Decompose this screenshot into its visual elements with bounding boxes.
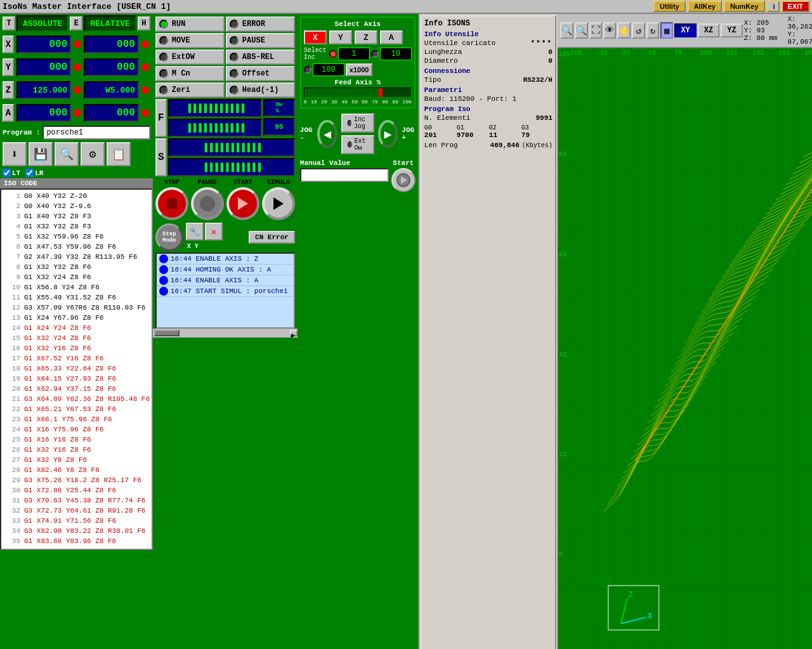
axis-z-btn[interactable]: Z — [355, 30, 377, 44]
iso-line: 18G1 X65.33 Y22.64 Z8 F6 — [3, 364, 150, 374]
view-xy-btn[interactable]: XY — [674, 23, 696, 37]
error-btn[interactable]: ERROR — [226, 16, 295, 32]
move-btn[interactable]: MOVE — [155, 33, 225, 48]
inc-jog-btn[interactable]: Inc Jog — [341, 114, 374, 133]
log-hscroll[interactable]: ▶ — [153, 329, 298, 338]
baud-row: Baud: 115200 - Port: 1 — [424, 95, 553, 103]
pause-btn[interactable]: PAUSE — [226, 33, 295, 48]
axis-a-btn[interactable]: A — [380, 30, 403, 44]
mcn-btn[interactable]: M Cn — [155, 66, 225, 81]
exit-button[interactable]: EXIT — [782, 1, 809, 12]
inc2-display: 10 — [380, 48, 412, 60]
cn-error-btn[interactable]: CN Error — [249, 231, 295, 244]
view-grid-btn[interactable]: ▦ — [660, 22, 673, 39]
save-btn[interactable]: 💾 — [29, 142, 53, 166]
select-axis-title: Select Axis — [304, 20, 412, 28]
start-btn-mv[interactable] — [391, 168, 416, 192]
pause-group: PAUSE — [191, 179, 224, 220]
log-hscroll-thumb[interactable] — [154, 330, 180, 336]
jog-left-btn[interactable]: ◀ — [317, 120, 337, 148]
axis-x-btn[interactable]: X — [304, 30, 327, 44]
select-inc-row2: 100 x1000 — [304, 63, 412, 76]
step-cn-section: StepMode 🔧 ✕ X Y CN Error — [153, 221, 298, 252]
lt-checkbox[interactable] — [3, 169, 11, 177]
extow-btn[interactable]: ExtOW — [155, 49, 225, 65]
stop-btn[interactable] — [155, 187, 188, 220]
view-fit-btn[interactable]: ⛶ — [589, 22, 602, 39]
log-icon — [159, 276, 168, 285]
len-prog-row: Len Prog 469,846 (Kbytes) — [424, 141, 553, 149]
x-abs-display: 000 — [16, 36, 71, 53]
iso-code-area[interactable]: 1G0 X40 Y32 Z-202G0 X40 Y32 Z-9.63G1 X40… — [0, 188, 153, 550]
start-btn[interactable] — [226, 187, 259, 220]
log-section[interactable]: 16:44 ENABLE AXIS : Z16:44 HOMING OK AXI… — [155, 252, 295, 329]
view-yz-btn[interactable]: YZ — [721, 23, 742, 37]
lr-checkbox[interactable] — [25, 169, 34, 177]
run-btn[interactable]: RUN — [155, 16, 225, 32]
manual-value-input[interactable] — [300, 168, 389, 182]
tipo-row: Tipo RS232/H — [424, 76, 553, 84]
settings-btn[interactable]: ⚙ — [81, 142, 105, 166]
y-label: Y — [3, 58, 14, 76]
y-rel-display: 000 — [84, 58, 138, 76]
pause-btn2[interactable] — [191, 187, 224, 220]
axis-y-btn[interactable]: Y — [329, 30, 352, 44]
abs-rel-btn[interactable]: ABS-REL — [226, 49, 295, 65]
log-icon — [159, 287, 168, 296]
search-btn[interactable]: 🔍 — [55, 142, 79, 166]
iso-line: 1G0 X40 Y32 Z-20 — [3, 191, 150, 201]
view-xz-btn[interactable]: XZ — [698, 23, 719, 37]
z-indicator — [74, 86, 81, 94]
iso-line: 10G1 X56.8 Y24 Z8 F6 — [3, 282, 150, 292]
feed-slider-handle[interactable] — [379, 88, 383, 97]
numkey-button[interactable]: NumKey — [724, 1, 765, 12]
relative-btn[interactable]: RELATIVE — [84, 15, 136, 32]
view-rot2-btn[interactable]: ↻ — [646, 22, 659, 39]
zeri-btn[interactable]: Zeri — [155, 82, 225, 98]
x1000-btn[interactable]: x1000 — [346, 63, 373, 76]
step-mode-btn[interactable]: StepMode — [155, 223, 183, 251]
log-text: 16:44 ENABLE AXIS : A — [171, 277, 259, 284]
iso-line: 11G1 X55.49 Y31.52 Z8 F6 — [3, 292, 150, 303]
view-star-btn[interactable]: ⭐ — [617, 22, 631, 39]
view-zoom-out-btn[interactable]: 🔍 — [575, 22, 588, 39]
iso-line: 7G2 X47.39 Y32 Z8 R113.95 F6 — [3, 252, 150, 262]
allkey-button[interactable]: AllKey — [688, 1, 722, 12]
tool-x-btn[interactable]: ✕ — [205, 223, 223, 240]
title-bar: IsoNs Master Interface [USER_CN 1] Utili… — [0, 0, 812, 14]
simula-btn[interactable] — [262, 187, 295, 220]
s-display2: ▐▐▐▐▐▐▐▐▐▐▐ — [168, 158, 295, 176]
info-panel: Info ISONS Info Utensile Utensile carica… — [421, 15, 556, 649]
grid-canvas[interactable] — [558, 48, 812, 649]
view-rot1-btn[interactable]: ↺ — [632, 22, 645, 39]
feed-slider[interactable] — [304, 88, 412, 98]
info-button[interactable]: i — [767, 1, 780, 12]
sps-section: STOP PAUSE START SIMULA — [153, 178, 298, 221]
jog-right-btn[interactable]: ▶ — [378, 120, 398, 148]
offset-btn[interactable]: Offset — [226, 66, 295, 81]
view-zoom-in-btn[interactable]: 🔍 — [560, 22, 573, 39]
iso-line: 2G0 X40 Y32 Z-9.6 — [3, 201, 150, 211]
iso-line: 14G1 X24 Y24 Z8 F6 — [3, 323, 150, 333]
utility-button[interactable]: Utility — [653, 1, 686, 12]
start-group-mv: Start — [391, 159, 416, 192]
log-item: 16:47 START SIMUL : porsche1 — [157, 286, 294, 297]
head-btn[interactable]: Head(-1) — [226, 82, 295, 98]
zeri-indicator — [159, 86, 168, 95]
iso-line: 25G1 X16 Y16 Z8 F6 — [3, 435, 150, 445]
log-hscroll-right[interactable]: ▶ — [290, 330, 298, 336]
main-container: T ASSOLUTE E RELATIVE H X 000 000 Y 000 — [0, 14, 812, 649]
iso-line: 5G1 X32 Y59.96 Z8 F6 — [3, 232, 150, 242]
ext-ow-btn[interactable]: Ext Ow — [341, 135, 374, 154]
file-btn[interactable]: 📋 — [107, 142, 131, 166]
iso-line: 35G1 X83.68 Y83.96 Z8 F6 — [3, 536, 150, 546]
assolute-btn[interactable]: ASSOLUTE — [16, 15, 69, 32]
program-input[interactable] — [43, 126, 150, 140]
svg-marker-3 — [273, 197, 284, 210]
download-btn[interactable]: ⬇ — [3, 142, 27, 166]
view-eye-btn[interactable]: 👁 — [603, 22, 616, 39]
inc1-indicator — [329, 50, 337, 58]
controls-area: Select Axis X Y Z A Select Inc 1 — [298, 14, 418, 649]
tool-settings-btn[interactable]: 🔧 — [186, 223, 204, 240]
select-axis-box: Select Axis X Y Z A Select Inc 1 — [300, 16, 416, 108]
